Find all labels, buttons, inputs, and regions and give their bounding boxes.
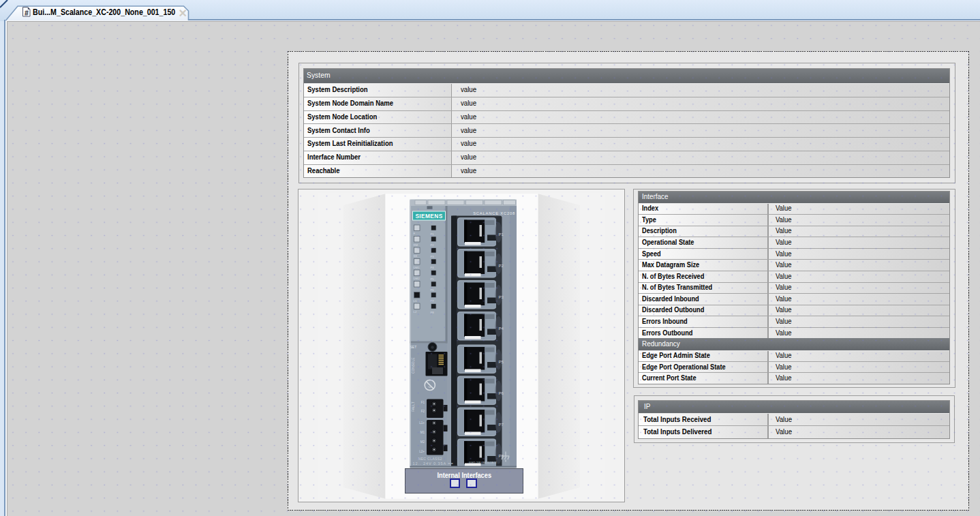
svg-text:M1: M1 (420, 431, 425, 434)
svg-text:F2: F2 (421, 410, 425, 413)
svg-text:SB: SB (414, 254, 418, 258)
svg-text:L2+: L2+ (419, 450, 425, 453)
svg-text:P4: P4 (431, 266, 435, 269)
svg-text:NEC CLASS2: NEC CLASS2 (418, 457, 442, 461)
svg-text:L1+: L1+ (419, 421, 425, 425)
svg-text:SET: SET (410, 345, 417, 349)
svg-text:P2: P2 (499, 264, 504, 268)
svg-text:CONSOLE: CONSOLE (412, 358, 415, 374)
svg-text:P6: P6 (431, 288, 435, 292)
svg-text:P3: P3 (431, 255, 435, 258)
svg-text:F1: F1 (421, 401, 425, 404)
svg-text:P5: P5 (499, 360, 504, 364)
svg-text:P4: P4 (499, 327, 504, 331)
svg-text:SIEMENS: SIEMENS (415, 213, 442, 219)
svg-text:P7: P7 (499, 423, 504, 427)
svg-text:6GK5 208-0BA00-2AC2: 6GK5 208-0BA00-2AC2 (469, 461, 497, 464)
svg-text:SCALANCE XC208: SCALANCE XC208 (473, 211, 515, 215)
svg-text:P1: P1 (499, 232, 504, 237)
svg-text:M2: M2 (420, 440, 425, 444)
svg-text:RM: RM (414, 243, 418, 247)
svg-text:L1: L1 (414, 299, 417, 303)
svg-text:F: F (414, 232, 416, 235)
svg-text:P5: P5 (431, 277, 435, 281)
svg-text:DM2: DM2 (414, 277, 420, 280)
svg-text:P1: P1 (431, 232, 435, 236)
svg-text:P8: P8 (431, 311, 435, 314)
svg-text:P3: P3 (499, 295, 504, 299)
svg-text:L2: L2 (414, 310, 417, 314)
svg-text:P6: P6 (499, 391, 504, 395)
svg-text:FAULT: FAULT (412, 401, 415, 412)
svg-text:P7: P7 (431, 299, 435, 303)
svg-text:12.. 24V 0.35A ==: 12.. 24V 0.35A == (413, 461, 454, 466)
svg-text:#: # (25, 9, 29, 17)
svg-text:P2: P2 (431, 243, 435, 247)
svg-text:DM1: DM1 (414, 266, 420, 269)
